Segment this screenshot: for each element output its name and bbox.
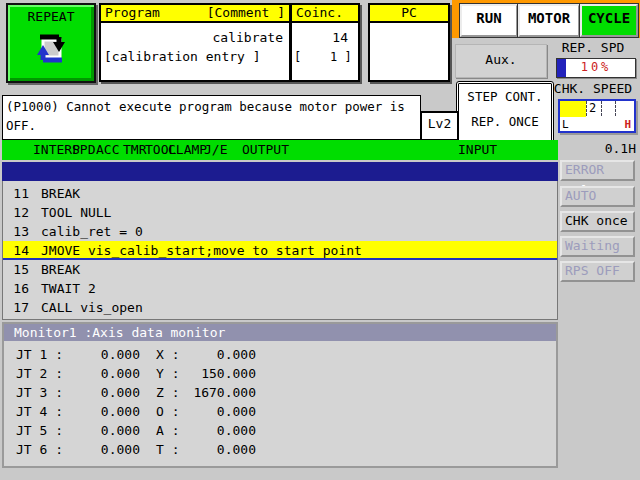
- rep-spd-value: 10%: [557, 59, 635, 75]
- program-panel-title: Program: [105, 5, 160, 21]
- line-number: 17: [3, 298, 29, 317]
- program-panel-comment-tag: [Comment ]: [207, 5, 285, 21]
- program-line[interactable]: 11 BREAK: [3, 184, 557, 203]
- monitor-row: JT 1 : 0.000 X : 0.000: [4, 345, 556, 364]
- coincidence-panel[interactable]: Coinc. 14 [ 1 ]: [290, 3, 360, 82]
- axis-monitor-panel: Monitor1 :Axis data monitor JT 1 : 0.000…: [2, 322, 558, 468]
- col-output: OUTPUT: [242, 142, 289, 157]
- joint-label: JT 4 :: [16, 402, 64, 421]
- status-rps-off-label: RPS OFF: [565, 263, 620, 278]
- monitor-row: JT 2 : 0.000 Y : 150.000: [4, 364, 556, 383]
- line-number: 11: [3, 184, 29, 203]
- axis-value: 0.000: [190, 440, 256, 459]
- line-text: JMOVE vis_calib_start;move to start poin…: [29, 241, 362, 258]
- coinc-panel-header: Coinc.: [292, 5, 358, 23]
- axis-value: 150.000: [190, 364, 256, 383]
- status-error: ERROR: [560, 160, 635, 181]
- program-panel-header: Program [Comment ]: [101, 5, 289, 23]
- repeat-mode-label: REPEAT: [8, 9, 94, 24]
- line-number: 14: [3, 241, 29, 258]
- line-number: 16: [3, 279, 29, 298]
- status-error-label: ERROR: [565, 162, 604, 177]
- cycle-button[interactable]: CYCLE: [580, 4, 638, 37]
- axis-label: O :: [156, 402, 190, 421]
- line-text: calib_ret = 0: [29, 222, 143, 241]
- axis-label: A :: [156, 421, 190, 440]
- joint-label: JT 3 :: [16, 383, 64, 402]
- program-selector-panel[interactable]: Program [Comment ] calibrate [calibratio…: [99, 3, 291, 82]
- coinc-step-value: 14: [292, 30, 358, 45]
- program-line[interactable]: 15 BREAK: [3, 260, 557, 279]
- monitor-title: Monitor1 :Axis data monitor: [4, 324, 556, 341]
- program-comment: [calibration entry ]: [101, 49, 289, 64]
- chk-speed-low-label: L: [562, 119, 569, 131]
- pc-panel-title: PC: [374, 5, 444, 21]
- monitor-row: JT 3 : 0.000 Z : 1670.000: [4, 383, 556, 402]
- line-number: 12: [3, 203, 29, 222]
- axis-label: Z :: [156, 383, 190, 402]
- program-listing: 11 BREAK 12 TOOL NULL 13 calib_ret = 0 1…: [2, 181, 558, 320]
- step-cont-label: STEP CONT.: [459, 84, 551, 109]
- joint-value: 0.000: [64, 383, 140, 402]
- program-line[interactable]: 12 TOOL NULL: [3, 203, 557, 222]
- teach-pendant-screen: REPEAT Program [Comment ] calibrate [cal…: [0, 0, 640, 480]
- axis-value: 1670.000: [190, 383, 256, 402]
- line-number: 15: [3, 260, 29, 279]
- step-mode-box[interactable]: STEP CONT. REP. ONCE: [456, 81, 554, 143]
- col-input: INPUT: [458, 142, 497, 157]
- gauge-tick: [586, 101, 587, 116]
- coinc-step-bracket: [ 1 ]: [292, 50, 358, 64]
- joint-parameter-row[interactable]: JOINT 9 1 0 1 [ ][ ]: [2, 162, 558, 181]
- chk-speed-label: CHK. SPEED: [546, 81, 640, 96]
- col-spd: SPD: [72, 142, 95, 157]
- col-acc: ACC: [96, 142, 119, 157]
- error-message-text: (P1000) Cannot execute program because m…: [6, 99, 405, 133]
- status-chk-once: CHK once: [560, 211, 635, 232]
- joint-value: 0.000: [64, 421, 140, 440]
- pc-program-panel[interactable]: PC: [368, 3, 450, 82]
- joint-value: 0.000: [64, 402, 140, 421]
- axis-label: X :: [156, 345, 190, 364]
- motor-button[interactable]: MOTOR: [518, 4, 580, 37]
- hour-meter: 0.1H: [560, 141, 638, 156]
- status-waiting-label: Waiting: [565, 238, 620, 253]
- joint-value: 0.000: [64, 345, 140, 364]
- line-text: TOOL NULL: [29, 203, 111, 222]
- gauge-tick: [615, 101, 616, 116]
- axis-label: T :: [156, 440, 190, 459]
- joint-label: JT 6 :: [16, 440, 64, 459]
- repeat-mode-button[interactable]: REPEAT: [6, 3, 96, 83]
- joint-label: JT 1 :: [16, 345, 64, 364]
- program-line[interactable]: 13 calib_ret = 0: [3, 222, 557, 241]
- line-number: 13: [3, 222, 29, 241]
- monitor-row: JT 6 : 0.000 T : 0.000: [4, 440, 556, 459]
- axis-value: 0.000: [190, 345, 256, 364]
- status-auto: AUTO: [560, 186, 635, 207]
- program-line[interactable]: 16 TWAIT 2: [3, 279, 557, 298]
- gauge-tick: [601, 101, 602, 116]
- monitor-row: JT 4 : 0.000 O : 0.000: [4, 402, 556, 421]
- lv2-button[interactable]: Lv2: [420, 111, 459, 141]
- cycle-icon: [29, 26, 73, 70]
- program-line[interactable]: 17 CALL vis_open: [3, 298, 557, 317]
- axis-label: Y :: [156, 364, 190, 383]
- line-text: BREAK: [29, 184, 80, 203]
- pc-panel-header: PC: [370, 5, 448, 23]
- switch-frame: RUN MOTOR CYCLE: [452, 0, 640, 38]
- run-button[interactable]: RUN: [460, 4, 518, 37]
- status-waiting: Waiting: [560, 236, 635, 257]
- rep-spd-bar: 10%: [556, 58, 636, 78]
- joint-value: 0.000: [64, 440, 140, 459]
- status-chk-once-label: CHK once: [565, 213, 628, 228]
- chk-speed-gauge: 2 L H: [558, 99, 636, 133]
- aux-button[interactable]: Aux.: [455, 44, 547, 78]
- col-je: J/E: [204, 142, 227, 157]
- status-rps-off: RPS OFF: [560, 261, 635, 282]
- coinc-panel-title: Coinc.: [296, 5, 343, 21]
- program-name: calibrate: [101, 30, 289, 45]
- col-clamp: CLAMP: [168, 142, 207, 157]
- status-auto-label: AUTO: [565, 188, 596, 203]
- chk-speed-high-label: H: [624, 119, 631, 131]
- error-message-box: (P1000) Cannot execute program because m…: [2, 95, 421, 140]
- program-line-current[interactable]: 14 JMOVE vis_calib_start;move to start p…: [3, 241, 557, 260]
